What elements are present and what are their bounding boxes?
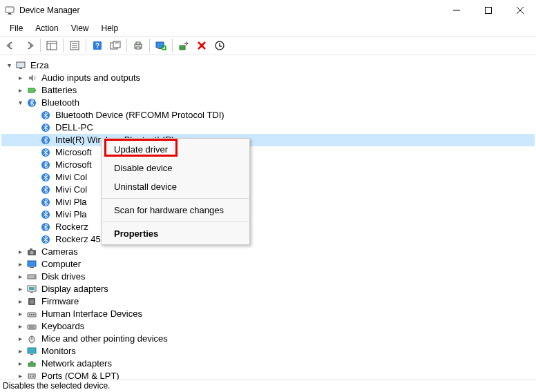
expand-icon[interactable]: ▸	[15, 309, 25, 319]
help-button[interactable]: ?	[89, 37, 106, 54]
tree-item-bt[interactable]: Bluetooth Device (RFCOMM Protocol TDI)	[1, 109, 535, 121]
expand-icon[interactable]: ▸	[15, 284, 25, 294]
expand-icon[interactable]: ▸	[15, 73, 25, 83]
close-button[interactable]	[504, 0, 536, 21]
tree-item-cameras[interactable]: ▸ Cameras	[1, 246, 535, 258]
collapse-icon[interactable]: ▾	[4, 61, 14, 70]
tree-item-mice[interactable]: ▸ Mice and other pointing devices	[1, 333, 535, 345]
ctx-properties[interactable]: Properties	[102, 224, 249, 243]
tree-label: Network adapters	[40, 357, 113, 370]
expand-icon[interactable]: ▸	[15, 359, 25, 369]
device-tree[interactable]: ▾ Erza ▸ Audio inputs and outputs ▸ Batt…	[0, 57, 536, 380]
window-controls	[441, 0, 536, 21]
tree-item-network-adapters[interactable]: ▸ Network adapters	[1, 357, 535, 370]
tree-item-batteries[interactable]: ▸ Batteries	[1, 84, 535, 97]
tree-item-bt[interactable]: Mivi Col	[1, 184, 535, 196]
tree-label: DELL-PC	[54, 121, 95, 134]
svg-point-73	[32, 375, 34, 377]
tree-item-bluetooth[interactable]: ▾ Bluetooth	[1, 97, 535, 109]
tree-item-bt[interactable]: Mivi Col	[1, 171, 535, 184]
expand-icon[interactable]: ▸	[15, 334, 25, 344]
tree-label: Monitors	[40, 345, 77, 357]
tree-item-bt[interactable]: Microsoft	[1, 146, 535, 159]
tree-item-keyboards[interactable]: ▸ Keyboards	[1, 320, 535, 333]
scan-hardware-button[interactable]	[153, 37, 169, 54]
bluetooth-icon	[40, 147, 51, 158]
disk-icon	[26, 271, 37, 282]
tree-label: Cameras	[40, 246, 79, 258]
expand-icon[interactable]: ▸	[15, 322, 25, 331]
menu-help[interactable]: Help	[96, 22, 124, 35]
bluetooth-icon	[40, 234, 51, 245]
tree-item-bt[interactable]: Rockerz	[1, 221, 535, 233]
update-driver-button[interactable]	[175, 37, 192, 54]
tree-item-display-adapters[interactable]: ▸ Display adapters	[1, 283, 535, 295]
collapse-icon[interactable]: ▾	[15, 98, 25, 108]
tree-item-bt[interactable]: DELL-PC	[1, 121, 535, 134]
back-button[interactable]	[3, 37, 19, 54]
tree-item-audio[interactable]: ▸ Audio inputs and outputs	[1, 72, 535, 84]
svg-rect-57	[30, 300, 34, 304]
svg-rect-4	[486, 8, 492, 14]
expand-icon[interactable]: ▸	[15, 371, 25, 380]
minimize-button[interactable]	[441, 0, 472, 21]
tree-label: Mivi Col	[54, 171, 88, 184]
uninstall-device-button[interactable]	[211, 37, 228, 54]
tree-label: Audio inputs and outputs	[40, 72, 142, 84]
bluetooth-icon	[40, 222, 51, 233]
tree-root[interactable]: ▾ Erza	[1, 59, 535, 72]
svg-rect-31	[19, 68, 22, 69]
ctx-update-driver[interactable]: Update driver	[102, 140, 249, 159]
bluetooth-icon	[40, 197, 51, 208]
tree-item-firmware[interactable]: ▸ Firmware	[1, 295, 535, 308]
svg-rect-70	[30, 361, 33, 363]
disable-device-button[interactable]	[193, 37, 210, 54]
ctx-separator	[102, 198, 249, 199]
svg-rect-54	[29, 287, 35, 290]
tree-item-hid[interactable]: ▸ Human Interface Devices	[1, 308, 535, 320]
menu-bar: File Action View Help	[0, 21, 536, 36]
tree-item-bt[interactable]: Mivi Pla	[1, 196, 535, 208]
action-button[interactable]	[107, 37, 124, 54]
svg-rect-71	[28, 374, 35, 378]
tree-item-monitors[interactable]: ▸ Monitors	[1, 345, 535, 357]
svg-rect-17	[113, 41, 120, 48]
display-icon	[26, 284, 37, 295]
menu-action[interactable]: Action	[30, 22, 64, 35]
toolbar-separator	[63, 39, 64, 52]
expand-icon[interactable]: ▸	[15, 297, 25, 306]
expand-icon[interactable]: ▸	[15, 259, 25, 269]
tree-item-bt[interactable]: Microsoft	[1, 159, 535, 171]
expand-icon[interactable]: ▸	[15, 346, 25, 356]
maximize-button[interactable]	[472, 0, 504, 21]
properties-button[interactable]	[66, 37, 83, 54]
tree-label: Batteries	[40, 84, 78, 97]
ctx-uninstall-device[interactable]: Uninstall device	[102, 177, 249, 196]
ctx-separator	[102, 222, 249, 222]
tree-label: Firmware	[40, 295, 80, 308]
firmware-icon	[26, 296, 37, 307]
tree-label: Microsoft	[54, 146, 93, 159]
svg-rect-21	[136, 47, 140, 49]
network-icon	[26, 358, 37, 369]
show-hide-tree-button[interactable]	[44, 37, 60, 54]
tree-item-ports[interactable]: ▸ Ports (COM & LPT)	[1, 370, 535, 380]
ctx-scan-hardware[interactable]: Scan for hardware changes	[102, 201, 249, 219]
menu-view[interactable]: View	[66, 22, 95, 35]
forward-button[interactable]	[21, 37, 37, 54]
print-button[interactable]	[130, 37, 146, 54]
expand-icon[interactable]: ▸	[15, 86, 25, 95]
menu-file[interactable]: File	[4, 22, 28, 35]
tree-item-bt[interactable]: Rockerz 450 Avrcp Transport	[1, 233, 535, 246]
bluetooth-icon	[40, 209, 51, 220]
tree-item-computer[interactable]: ▸ Computer	[1, 258, 535, 271]
tree-item-bt-selected[interactable]: Intel(R) Wireless Bluetooth(R)	[1, 134, 535, 146]
tree-item-disk-drives[interactable]: ▸ Disk drives	[1, 271, 535, 283]
tree-label: Erza	[29, 59, 50, 72]
ctx-disable-device[interactable]: Disable device	[102, 159, 249, 177]
expand-icon[interactable]: ▸	[15, 247, 25, 257]
expand-icon[interactable]: ▸	[15, 272, 25, 282]
svg-rect-55	[30, 292, 33, 293]
bluetooth-icon	[40, 110, 51, 121]
tree-item-bt[interactable]: Mivi Pla	[1, 208, 535, 221]
